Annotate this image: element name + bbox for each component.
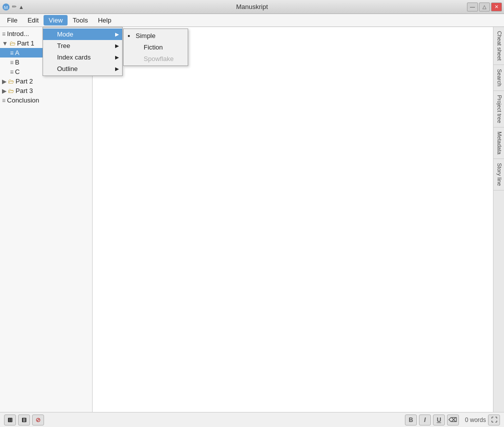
menu-help[interactable]: Help	[93, 15, 117, 26]
bold-icon: B	[409, 416, 413, 424]
tree-label-part3: Part 3	[16, 87, 33, 94]
status-bar-left: ⊞ ⊟ ⊘	[4, 414, 44, 426]
title-bar-left: M ✏ ▲	[2, 3, 24, 11]
doc-icon-c: ≡	[10, 68, 14, 76]
folder-icon-part3: 🗁	[8, 88, 14, 94]
doc-icon-conclusion: ≡	[2, 97, 6, 104]
menu-file[interactable]: File	[2, 15, 23, 26]
status-bar: ⊞ ⊟ ⊘ B I U ⌫ 0 words ⛶	[0, 412, 504, 427]
fullscreen-button[interactable]: ⛶	[488, 414, 500, 426]
clear-format-icon: ⌫	[448, 416, 457, 424]
view-menu: Mode ▶ • Simple Fiction Spowflake	[43, 27, 123, 76]
mode-spowflake: Spowflake	[124, 53, 188, 64]
expand-icon-part2: ▶	[2, 78, 7, 85]
app-icon-3: ▲	[19, 4, 24, 10]
delete-button: ⊘	[32, 414, 44, 426]
italic-icon: I	[424, 416, 425, 424]
add-doc-button[interactable]: ⊟	[18, 414, 30, 426]
indexcards-arrow: ▶	[115, 54, 119, 60]
menu-bar: File Edit View Tools Help Mode ▶ • Simpl…	[0, 14, 504, 27]
view-dropdown: Mode ▶ • Simple Fiction Spowflake	[43, 27, 123, 76]
italic-button[interactable]: I	[419, 414, 431, 426]
status-bar-right: B I U ⌫ 0 words ⛶	[405, 414, 500, 426]
tree-label-a: A	[15, 49, 20, 56]
add-folder-icon: ⊞	[8, 416, 13, 424]
simple-bullet: •	[128, 32, 130, 40]
folder-icon-part1: 🗁	[10, 40, 16, 47]
tab-cheat-sheet[interactable]: Cheat sheet	[493, 27, 504, 65]
add-doc-icon: ⊟	[22, 416, 27, 424]
view-menu-tree[interactable]: Tree ▶	[43, 40, 122, 52]
tree-arrow: ▶	[115, 43, 119, 48]
minimize-button[interactable]: —	[467, 2, 478, 12]
tree-label-intro: Introd...	[7, 30, 29, 38]
tab-story-line[interactable]: Story line	[493, 159, 504, 190]
view-menu-outline[interactable]: Outline ▶	[43, 63, 122, 74]
word-count: 0 words	[465, 416, 486, 424]
doc-icon-b: ≡	[10, 59, 14, 66]
title-bar: M ✏ ▲ Manuskript — △ ✕	[0, 0, 504, 14]
tree-label-part1: Part 1	[17, 40, 35, 47]
menu-view[interactable]: View	[44, 15, 68, 26]
sidebar: ≡ Introd... ▼ 🗁 Part 1 ≡ A ≡ B ≡ C ▶	[0, 27, 93, 412]
expand-icon-part1: ▼	[2, 40, 8, 47]
close-button[interactable]: ✕	[491, 2, 502, 12]
mode-simple[interactable]: • Simple	[124, 30, 188, 42]
tree-item-part2[interactable]: ▶ 🗁 Part 2	[0, 76, 92, 86]
main-area: ≡ Introd... ▼ 🗁 Part 1 ≡ A ≡ B ≡ C ▶	[0, 27, 504, 412]
tree-label-part2: Part 2	[16, 78, 33, 85]
outline-arrow: ▶	[115, 66, 119, 72]
tree-item-part3[interactable]: ▶ 🗁 Part 3	[0, 86, 92, 96]
underline-icon: U	[437, 416, 441, 424]
menu-edit[interactable]: Edit	[23, 15, 44, 26]
window-controls: — △ ✕	[467, 2, 502, 12]
tree-item-conclusion[interactable]: ≡ Conclusion	[0, 96, 92, 105]
doc-icon-intro: ≡	[2, 30, 6, 38]
tree-label-c: C	[15, 68, 20, 76]
mode-fiction[interactable]: Fiction	[124, 42, 188, 53]
bold-button[interactable]: B	[405, 414, 417, 426]
view-menu-mode[interactable]: Mode ▶ • Simple Fiction Spowflake	[43, 28, 122, 40]
tree-label-conclusion: Conclusion	[7, 96, 39, 104]
clear-format-button[interactable]: ⌫	[447, 414, 459, 426]
add-folder-button[interactable]: ⊞	[4, 414, 16, 426]
app-icon: M	[2, 3, 10, 11]
tab-project-tree[interactable]: Project tree	[493, 91, 504, 128]
maximize-button[interactable]: △	[479, 2, 490, 12]
right-panel: Cheat sheet Search Project tree Metadata…	[493, 27, 504, 412]
svg-text:M: M	[4, 5, 8, 10]
window-title: Manuskript	[236, 3, 268, 10]
doc-icon-a: ≡	[10, 50, 14, 56]
folder-icon-part2: 🗁	[8, 78, 14, 85]
menu-tools[interactable]: Tools	[68, 15, 93, 26]
delete-icon: ⊘	[36, 416, 41, 424]
view-menu-indexcards[interactable]: Index cards ▶	[43, 52, 122, 63]
tree-label-b: B	[15, 58, 20, 66]
fullscreen-icon: ⛶	[491, 416, 497, 424]
mode-submenu: • Simple Fiction Spowflake	[123, 28, 188, 66]
tab-search[interactable]: Search	[493, 65, 504, 91]
content-area[interactable]	[93, 27, 493, 412]
mode-arrow: ▶	[115, 32, 119, 37]
tab-metadata[interactable]: Metadata	[493, 128, 504, 159]
expand-icon-part3: ▶	[2, 88, 7, 94]
underline-button[interactable]: U	[433, 414, 445, 426]
app-icon-2: ✏	[12, 4, 17, 10]
